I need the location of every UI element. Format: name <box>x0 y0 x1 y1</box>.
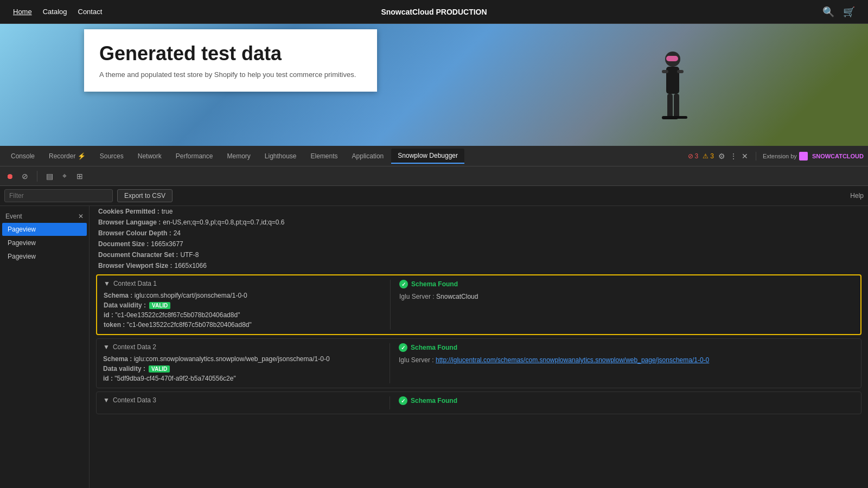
context-2-header[interactable]: ▼ Context Data 2 <box>103 343 383 351</box>
clear-button[interactable]: ⊘ <box>20 171 30 182</box>
settings-icon[interactable]: ⚙ <box>718 152 725 160</box>
context-2-schema: Schema : iglu:com.snowplowanalytics.snow… <box>103 354 383 364</box>
close-section-icon[interactable]: ✕ <box>78 213 84 220</box>
sidebar-item-pageview-3[interactable]: Pageview <box>2 250 87 263</box>
schema-label: Schema : <box>103 355 132 363</box>
filter-input[interactable] <box>4 189 113 202</box>
context-1-title: Context Data 1 <box>113 280 157 287</box>
sidebar-item-pageview-2[interactable]: Pageview <box>2 236 87 249</box>
hero-skier-image <box>646 48 694 146</box>
iglu-server-1: Iglu Server : SnowcatCloud <box>399 293 852 300</box>
svg-rect-1 <box>666 67 679 94</box>
context-1-validity: Data validity : VALID <box>104 300 384 310</box>
detail-row-browser-lang: Browser Language : en-US,en;q=0.9,pl;q=0… <box>90 217 868 228</box>
schema-found-text: Schema Found <box>411 397 457 404</box>
detail-row-doc-size: Document Size : 1665x3677 <box>90 239 868 249</box>
svg-rect-7 <box>670 116 687 119</box>
error-icon: ⊘ <box>688 152 693 160</box>
context-3-header[interactable]: ▼ Context Data 3 <box>103 396 383 404</box>
context-2-left: ▼ Context Data 2 Schema : iglu:com.snowp… <box>97 339 390 388</box>
schema-label: Schema : <box>104 292 132 299</box>
field-label: Document Character Set : <box>98 251 178 259</box>
tab-snowplow-debugger[interactable]: Snowplow Debugger <box>391 149 464 164</box>
field-label: Browser Language : <box>98 219 161 226</box>
tab-performance[interactable]: Performance <box>169 149 220 163</box>
devtools-badge-area: ⊘ 3 ⚠ 3 ⚙ ⋮ ✕ <box>688 152 748 160</box>
website-topbar: Home Catalog Contact SnowcatCloud PRODUC… <box>0 0 868 24</box>
context-data-3: ▼ Context Data 3 ✓ Schema Found <box>96 391 861 414</box>
schema-value: iglu:com.shopify/cart/jsonschema/1-0-0 <box>135 292 247 299</box>
nav-home[interactable]: Home <box>13 8 32 16</box>
context-3-right: ✓ Schema Found <box>390 392 861 414</box>
context-1-schema: Schema : iglu:com.shopify/cart/jsonschem… <box>104 291 384 300</box>
iglu-server-label: Iglu Server : <box>399 356 434 364</box>
token-label: token : <box>104 321 125 329</box>
more-icon[interactable]: ⋮ <box>730 152 737 160</box>
iglu-server-text[interactable]: SnowcatCloud <box>436 293 478 300</box>
sidebar-item-pageview-1[interactable]: Pageview <box>2 223 87 236</box>
context-1-right: ✓ Schema Found Iglu Server : SnowcatClou… <box>391 275 860 334</box>
devtools-body: Event ✕ Pageview Pageview Pageview Cooki… <box>0 206 868 488</box>
token-value: "c1-0ee13522c2fc8f67c5b078b20406ad8d" <box>127 321 252 329</box>
nav-catalog[interactable]: Catalog <box>43 8 67 16</box>
devtools-panel: Console Recorder ⚡ Sources Network Perfo… <box>0 146 868 488</box>
filter-icon[interactable]: ▤ <box>44 171 55 182</box>
tab-recorder[interactable]: Recorder ⚡ <box>42 149 92 163</box>
tab-sources[interactable]: Sources <box>93 149 130 163</box>
context-2-id: id : "5df9dba9-cf45-470f-a9f2-b5a740556c… <box>103 374 383 383</box>
help-text[interactable]: Help <box>850 192 864 200</box>
tab-console[interactable]: Console <box>4 149 41 163</box>
export-csv-button[interactable]: Export to CSV <box>117 189 173 202</box>
detail-row-viewport: Browser Viewport Size : 1665x1066 <box>90 260 868 271</box>
schema-found-2: ✓ Schema Found <box>399 343 852 352</box>
toolbar-separator-1 <box>37 171 37 182</box>
warn-badge: ⚠ 3 <box>703 152 714 160</box>
schema-found-text: Schema Found <box>411 280 458 288</box>
context-data-2: ▼ Context Data 2 Schema : iglu:com.snowp… <box>96 338 861 388</box>
id-label: id : <box>103 375 113 382</box>
cart-icon[interactable]: 🛒 <box>843 6 855 18</box>
tab-network[interactable]: Network <box>131 149 168 163</box>
extension-name: SNOWCATCLOUD <box>812 153 864 159</box>
section-label: Event <box>5 213 22 220</box>
field-label: Browser Viewport Size : <box>98 262 172 269</box>
hero-subtitle: A theme and populated test store by Shop… <box>99 70 362 79</box>
tab-application[interactable]: Application <box>346 149 391 163</box>
valid-badge: VALID <box>149 302 170 309</box>
context-data-1: ▼ Context Data 1 Schema : iglu:com.shopi… <box>96 274 861 335</box>
warn-icon: ⚠ <box>703 152 709 160</box>
tab-lighthouse[interactable]: Lighthouse <box>258 149 303 163</box>
field-label: Browser Colour Depth : <box>98 229 171 237</box>
tab-memory[interactable]: Memory <box>220 149 257 163</box>
schema-found-1: ✓ Schema Found <box>399 280 852 288</box>
context-1-header[interactable]: ▼ Context Data 1 <box>104 280 384 287</box>
site-title: SnowcatCloud PRODUCTION <box>293 8 574 16</box>
field-label: Document Size : <box>98 240 149 248</box>
close-icon[interactable]: ✕ <box>742 152 748 160</box>
detail-row-charset: Document Character Set : UTF-8 <box>90 249 868 260</box>
context-1-token: token : "c1-0ee13522c2fc8f67c5b078b20406… <box>104 320 384 330</box>
devtools-tabs-bar: Console Recorder ⚡ Sources Network Perfo… <box>0 146 868 166</box>
grid-icon[interactable]: ⊞ <box>74 171 85 182</box>
sidebar-section-event: Event ✕ Pageview Pageview Pageview <box>0 208 89 266</box>
schema-found-3: ✓ Schema Found <box>399 396 852 405</box>
hero-card: Generated test data A theme and populate… <box>84 29 377 92</box>
nav-icons: 🔍 🛒 <box>575 6 855 18</box>
website-nav: Home Catalog Contact <box>13 8 293 16</box>
capture-icon[interactable]: ⌖ <box>59 171 70 182</box>
tab-elements[interactable]: Elements <box>304 149 344 163</box>
main-detail-panel: Cookies Permitted : true Browser Languag… <box>90 206 868 488</box>
field-value: true <box>162 208 173 215</box>
iglu-server-label: Iglu Server : <box>399 293 435 300</box>
search-icon[interactable]: 🔍 <box>822 6 834 18</box>
field-value: 1665x3677 <box>151 240 183 248</box>
svg-rect-5 <box>674 94 679 118</box>
field-value: 1665x1066 <box>174 262 206 269</box>
id-label: id : <box>104 311 113 319</box>
iglu-server-2: Iglu Server : http://iglucentral.com/sch… <box>399 356 852 364</box>
iglu-server-link[interactable]: http://iglucentral.com/schemas/com.snowp… <box>436 356 709 364</box>
detail-row-colour-depth: Browser Colour Depth : 24 <box>90 228 868 239</box>
check-icon: ✓ <box>399 396 407 405</box>
nav-contact[interactable]: Contact <box>78 8 103 16</box>
record-button[interactable]: ⏺ <box>4 171 15 182</box>
